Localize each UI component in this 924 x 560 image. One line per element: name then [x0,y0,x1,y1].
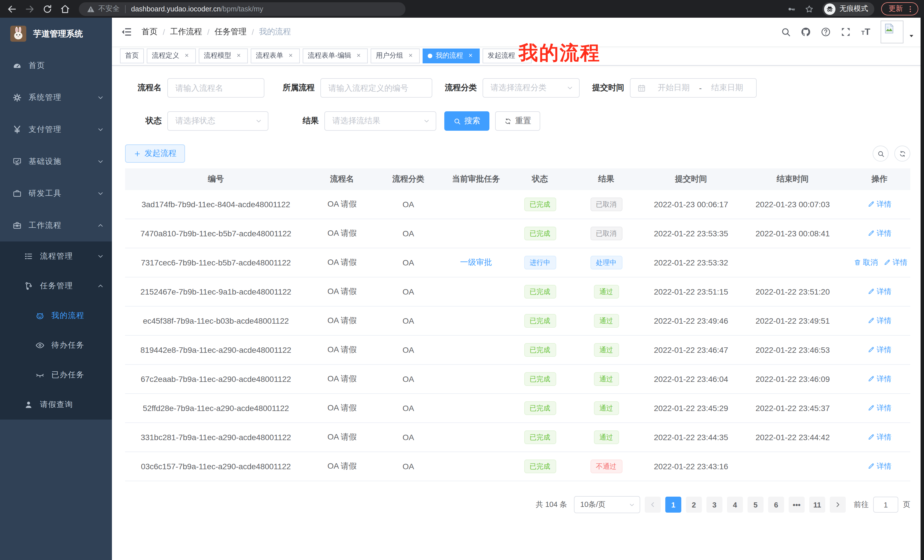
address-bar[interactable]: 不安全 dashboard.yudao.iocoder.cn /bpm/task… [79,2,405,16]
tab-close-icon[interactable]: × [355,52,363,60]
home-icon[interactable] [60,4,70,14]
prev-page-button[interactable] [645,497,661,513]
detail-link[interactable]: 详情 [867,316,891,326]
refresh-list-button[interactable] [894,145,910,162]
cell-end-time [736,248,849,277]
breadcrumb-item-2[interactable]: 任务管理 [215,27,247,37]
caret-down-icon[interactable] [908,33,915,39]
table-header-row: 编号流程名流程分类当前审批任务状态结果提交时间结束时间操作 [125,168,910,190]
detail-link[interactable]: 详情 [867,287,891,297]
tab-5[interactable]: 用户分组× [370,48,420,63]
detail-link[interactable]: 详情 [867,374,891,384]
tab-close-icon[interactable]: × [286,52,295,60]
current-task-link[interactable]: 一级审批 [460,258,492,267]
avatar[interactable] [880,21,903,43]
tab-1[interactable]: 流程定义× [147,48,196,63]
next-page-button[interactable] [830,497,846,513]
reload-icon[interactable] [42,4,52,14]
submit-time-range[interactable]: 开始日期 - 结束日期 [630,78,757,97]
tab-2[interactable]: 流程模型× [199,48,248,63]
fullscreen-icon[interactable] [841,27,851,37]
page-button-2[interactable]: 2 [686,497,702,513]
sidebar-item-7[interactable]: 任务管理 [0,271,112,301]
more-pages-button[interactable]: ••• [789,497,805,513]
breadcrumb-item-0[interactable]: 首页 [142,27,158,37]
sidebar-item-4[interactable]: 研发工具 [0,178,112,210]
category-select[interactable]: 请选择流程分类 [483,78,580,97]
definition-input[interactable] [320,78,432,97]
sidebar-item-10[interactable]: 已办任务 [0,360,112,390]
cell-category: OA [378,219,439,248]
detail-link[interactable]: 详情 [867,432,891,442]
page-button-5[interactable]: 5 [747,497,764,513]
browser-chrome: 不安全 dashboard.yudao.iocoder.cn /bpm/task… [0,0,924,18]
goto-page-input[interactable] [873,497,898,513]
logo-row[interactable]: 芋道管理系统 [0,18,112,49]
sidebar-item-6[interactable]: 流程管理 [0,241,112,271]
sidebar-item-5[interactable]: 工作流程 [0,210,112,241]
sidebar-item-1[interactable]: 系统管理 [0,82,112,114]
hamburger-icon[interactable] [121,26,132,38]
detail-link[interactable]: 详情 [867,345,891,355]
page-button-3[interactable]: 3 [706,497,722,513]
cell-id: ec45f38f-7b9a-11ec-b03b-acde48001122 [125,306,307,335]
tab-0[interactable]: 首页 [120,48,144,63]
github-icon[interactable] [801,27,811,37]
chevron-down-icon [423,118,430,124]
update-button[interactable]: 更新 [881,2,918,15]
result-select[interactable]: 请选择流结果 [324,111,436,131]
breadcrumb-item-3: 我的流程 [259,27,291,37]
forward-icon[interactable] [24,4,35,14]
cell-name: OA 请假 [307,394,378,423]
name-input[interactable] [167,78,264,97]
page-button-11[interactable]: 11 [809,497,825,513]
status-badge: 已完成 [524,227,556,240]
sidebar-item-0[interactable]: 首页 [0,49,112,82]
cell-actions: 详情 [849,219,910,248]
back-icon[interactable] [7,4,17,14]
password-key-icon[interactable] [787,4,796,13]
tab-close-icon[interactable]: × [183,52,191,60]
tab-6[interactable]: 我的流程× [423,48,480,63]
tab-label: 流程表单 [256,51,283,60]
tab-close-icon[interactable]: × [235,52,243,60]
page-button-1[interactable]: 1 [665,497,681,513]
breadcrumb-item-1[interactable]: 工作流程 [170,27,202,37]
search-button[interactable]: 搜索 [444,111,489,131]
end-date-placeholder[interactable]: 结束日期 [704,83,750,93]
cell-id: 7317cec6-7b9b-11ec-b5b7-acde48001122 [125,248,307,277]
sidebar-item-3[interactable]: 基础设施 [0,145,112,178]
page-button-4[interactable]: 4 [727,497,743,513]
font-size-icon[interactable]: TT [861,27,871,37]
detail-link[interactable]: 详情 [867,199,891,210]
search-icon[interactable] [781,27,791,37]
cancel-link[interactable]: 取消 [854,258,878,268]
bookmark-star-icon[interactable] [805,4,814,13]
detail-link[interactable]: 详情 [867,228,891,239]
show-search-button[interactable] [873,145,889,162]
eye-closed-icon [35,370,45,380]
detail-link[interactable]: 详情 [884,258,908,268]
help-icon[interactable] [820,27,831,37]
detail-link[interactable]: 详情 [867,461,891,472]
cell-submit-time: 2022-01-22 23:51:15 [645,277,736,306]
page-button-6[interactable]: 6 [768,497,784,513]
status-select[interactable]: 请选择状态 [167,111,268,131]
detail-link[interactable]: 详情 [867,403,891,413]
kebab-menu-icon[interactable] [906,5,914,13]
tab-close-icon[interactable]: × [466,52,475,60]
tab-3[interactable]: 流程表单× [251,48,300,63]
tab-4[interactable]: 流程表单-编辑× [303,48,368,63]
start-process-button[interactable]: 发起流程 [125,144,185,163]
sidebar-item-8[interactable]: 我的流程 [0,301,112,331]
page-size-select[interactable]: 10条/页 [574,496,640,513]
tab-close-icon[interactable]: × [406,52,415,60]
cell-name: OA 请假 [307,452,378,481]
monitor-icon [13,157,22,166]
sidebar-item-2[interactable]: 支付管理 [0,114,112,145]
sidebar-item-11[interactable]: 请假查询 [0,390,112,419]
start-date-placeholder[interactable]: 开始日期 [651,83,697,93]
sidebar-item-9[interactable]: 待办任务 [0,331,112,360]
window-edge-scrollbar[interactable] [921,18,924,560]
reset-button[interactable]: 重置 [495,111,540,131]
